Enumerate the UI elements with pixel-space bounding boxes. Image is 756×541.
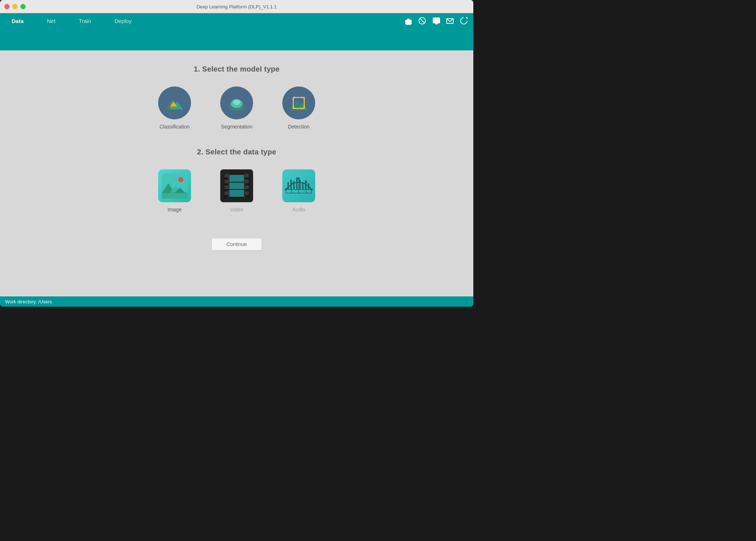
maximize-button[interactable] — [20, 4, 26, 9]
video-label: Video — [230, 207, 243, 212]
svg-rect-48 — [299, 180, 301, 189]
gear-icon[interactable] — [403, 16, 413, 26]
model-segmentation[interactable]: Segmentation — [220, 87, 253, 130]
tab-net[interactable]: Net — [35, 13, 67, 28]
window-title: Deep Learning Platform (DLP)_V1.1.1 — [196, 4, 277, 9]
status-bar: Work directory: /Users — [0, 296, 473, 307]
data-audio[interactable]: Audio — [282, 169, 315, 212]
classification-icon-circle — [158, 87, 191, 119]
tab-bar: Data Net Train Deploy — [0, 13, 473, 28]
model-type-row: Classification Segmentation — [158, 87, 315, 130]
svg-rect-47 — [296, 177, 298, 189]
circle-slash-icon[interactable] — [417, 16, 427, 26]
svg-rect-32 — [225, 185, 228, 189]
model-classification[interactable]: Classification — [158, 87, 191, 130]
continue-button[interactable]: Continue — [211, 238, 262, 250]
svg-rect-44 — [287, 182, 289, 189]
svg-rect-37 — [245, 191, 249, 195]
mail-icon[interactable] — [445, 16, 455, 26]
tab-train[interactable]: Train — [67, 13, 103, 28]
model-detection[interactable]: Detection — [282, 87, 315, 130]
segmentation-icon-circle — [220, 87, 253, 119]
chat-icon[interactable] — [431, 16, 441, 26]
classification-label: Classification — [160, 124, 190, 130]
section2-title: 2. Select the data type — [197, 148, 276, 156]
data-video[interactable]: Video — [220, 169, 253, 212]
image-label: Image — [168, 207, 182, 212]
video-icon — [220, 169, 253, 202]
main-content: 1. Select the model type — [0, 50, 473, 296]
svg-rect-31 — [225, 180, 228, 183]
svg-point-27 — [178, 177, 183, 182]
detection-icon-circle — [282, 87, 315, 119]
svg-line-1 — [420, 18, 425, 23]
detection-label: Detection — [288, 124, 309, 130]
image-icon — [158, 169, 191, 202]
svg-rect-38 — [229, 175, 244, 197]
status-text: Work directory: /Users — [5, 299, 52, 304]
svg-rect-30 — [225, 174, 228, 177]
data-image[interactable]: Image — [158, 169, 191, 212]
tab-data[interactable]: Data — [0, 13, 35, 28]
svg-rect-33 — [225, 191, 228, 195]
svg-rect-34 — [245, 174, 249, 177]
section1-title: 1. Select the model type — [194, 65, 279, 73]
audio-icon — [282, 169, 315, 202]
traffic-lights — [0, 4, 26, 9]
toolbar-icons — [403, 13, 473, 28]
title-bar: Deep Learning Platform (DLP)_V1.1.1 — [0, 0, 473, 13]
svg-rect-46 — [293, 181, 295, 189]
segmentation-label: Segmentation — [221, 124, 252, 130]
close-button[interactable] — [4, 4, 9, 9]
data-type-row: Image — [158, 169, 315, 212]
svg-point-11 — [233, 99, 240, 105]
refresh-icon[interactable] — [459, 16, 469, 26]
svg-rect-36 — [245, 185, 249, 189]
audio-label: Audio — [292, 207, 305, 212]
svg-rect-28 — [162, 192, 187, 199]
svg-rect-35 — [245, 180, 249, 183]
minimize-button[interactable] — [12, 4, 18, 9]
tab-deploy[interactable]: Deploy — [103, 13, 143, 28]
teal-banner — [0, 28, 473, 50]
